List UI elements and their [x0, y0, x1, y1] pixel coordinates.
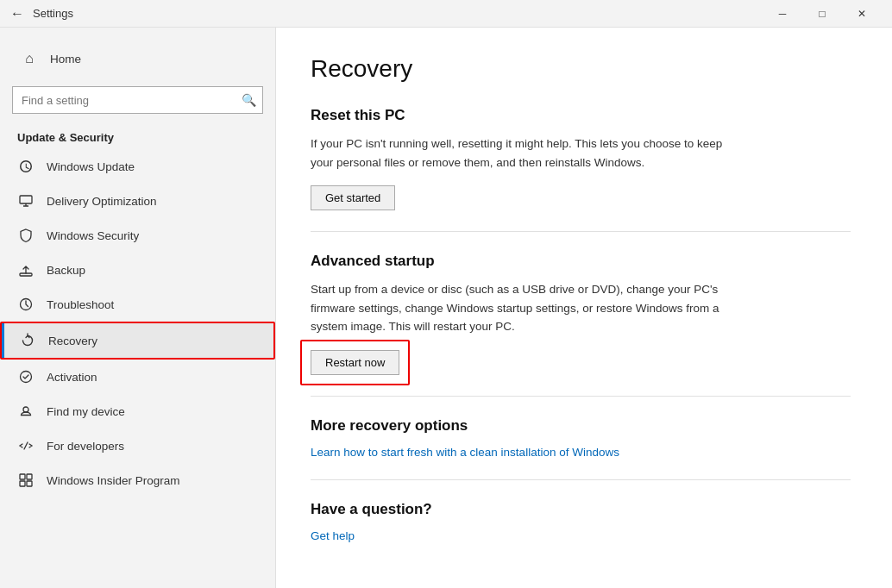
sidebar-item-windows-insider[interactable]: Windows Insider Program: [0, 463, 275, 497]
sidebar-item-find-my-device[interactable]: Find my device: [0, 394, 275, 428]
sidebar-item-label: For developers: [47, 440, 124, 453]
sidebar-header: ⌂ Home: [0, 28, 275, 86]
section-divider-1: [311, 231, 851, 232]
clean-install-link[interactable]: Learn how to start fresh with a clean in…: [311, 446, 619, 459]
sidebar-item-label: Troubleshoot: [47, 298, 114, 311]
sidebar-item-label: Windows Update: [47, 160, 135, 173]
page-title: Recovery: [311, 55, 851, 83]
main-container: ⌂ Home 🔍 Update & Security Windows Updat…: [0, 28, 892, 588]
sidebar-item-label: Windows Insider Program: [47, 474, 180, 487]
svg-point-4: [23, 407, 28, 412]
search-input[interactable]: [12, 86, 263, 114]
reset-section: Reset this PC If your PC isn't running w…: [311, 107, 851, 210]
delivery-optimization-icon: [17, 192, 35, 210]
sidebar-item-troubleshoot[interactable]: Troubleshoot: [0, 287, 275, 322]
titlebar: ← Settings ─ □ ✕: [0, 0, 892, 28]
close-button[interactable]: ✕: [842, 0, 882, 28]
window-controls: ─ □ ✕: [763, 0, 882, 28]
advanced-startup-description: Start up from a device or disc (such as …: [311, 280, 725, 336]
search-icon: 🔍: [242, 93, 256, 107]
restart-now-button[interactable]: Restart now: [311, 350, 399, 375]
advanced-startup-title: Advanced startup: [311, 253, 851, 270]
svg-rect-1: [20, 273, 32, 276]
get-help-link[interactable]: Get help: [311, 529, 355, 542]
sidebar-item-backup[interactable]: Backup: [0, 253, 275, 287]
sidebar-item-windows-update[interactable]: Windows Update: [0, 149, 275, 184]
svg-rect-5: [20, 474, 25, 479]
recovery-icon: [19, 332, 36, 349]
svg-rect-0: [20, 196, 32, 203]
sidebar-item-label: Find my device: [47, 405, 125, 418]
reset-title: Reset this PC: [311, 107, 851, 124]
sidebar-section-label: Update & Security: [0, 124, 275, 149]
sidebar-item-delivery-optimization[interactable]: Delivery Optimization: [0, 184, 275, 218]
restart-button-container: Restart now: [311, 350, 399, 375]
app-title: Settings: [33, 7, 73, 20]
windows-insider-icon: [17, 472, 35, 489]
minimize-button[interactable]: ─: [763, 0, 802, 28]
section-divider-2: [311, 396, 851, 397]
get-started-button[interactable]: Get started: [311, 185, 395, 210]
activation-icon: [17, 368, 35, 385]
back-button[interactable]: ←: [10, 6, 24, 22]
windows-update-icon: [17, 158, 35, 175]
sidebar-item-label: Recovery: [48, 335, 97, 347]
sidebar-item-activation[interactable]: Activation: [0, 360, 275, 394]
question-section: Have a question? Get help: [311, 501, 851, 542]
sidebar: ⌂ Home 🔍 Update & Security Windows Updat…: [0, 28, 276, 588]
more-recovery-title: More recovery options: [311, 417, 851, 435]
svg-rect-8: [27, 481, 32, 486]
svg-point-3: [21, 372, 32, 383]
more-recovery-section: More recovery options Learn how to start…: [311, 417, 851, 459]
sidebar-item-label: Activation: [47, 371, 97, 384]
svg-rect-7: [20, 481, 25, 486]
svg-rect-6: [27, 474, 32, 479]
reset-description: If your PC isn't running well, resetting…: [311, 134, 725, 172]
windows-security-icon: [17, 227, 35, 244]
home-label: Home: [50, 53, 81, 66]
sidebar-item-label: Backup: [47, 264, 85, 277]
advanced-startup-section: Advanced startup Start up from a device …: [311, 253, 851, 375]
developers-icon: [17, 437, 35, 454]
sidebar-item-for-developers[interactable]: For developers: [0, 428, 275, 463]
section-divider-3: [311, 479, 851, 480]
find-device-icon: [17, 403, 35, 420]
maximize-button[interactable]: □: [802, 0, 842, 28]
sidebar-item-windows-security[interactable]: Windows Security: [0, 218, 275, 253]
sidebar-home[interactable]: ⌂ Home: [17, 41, 258, 76]
sidebar-item-label: Windows Security: [47, 229, 139, 242]
question-title: Have a question?: [311, 501, 851, 518]
sidebar-item-recovery[interactable]: Recovery: [0, 322, 275, 360]
sidebar-search-container: 🔍: [12, 86, 263, 114]
sidebar-item-label: Delivery Optimization: [47, 195, 157, 208]
backup-icon: [17, 261, 35, 278]
troubleshoot-icon: [17, 296, 35, 313]
home-icon: ⌂: [21, 50, 38, 67]
content-area: Recovery Reset this PC If your PC isn't …: [276, 28, 892, 588]
